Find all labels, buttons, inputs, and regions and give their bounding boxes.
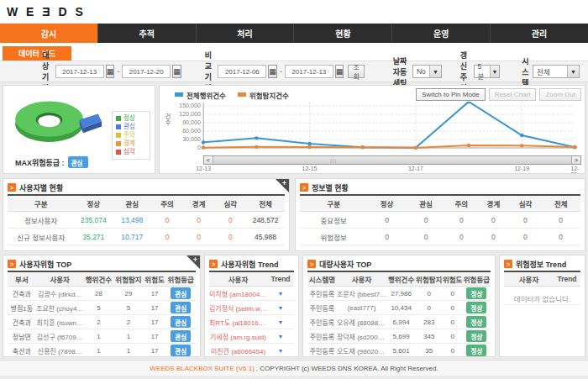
system-label: 시스템 <box>522 55 529 88</box>
cell: 0 <box>442 318 462 326</box>
switch-pin-mode-button[interactable]: Switch to Pin Mode <box>416 88 485 101</box>
refresh-select[interactable]: 5분 ▼ <box>474 65 501 78</box>
nav-tab-admin[interactable]: 관리 <box>490 24 588 43</box>
risk-grade-badge: 정상 <box>466 316 486 328</box>
cell-user[interactable]: 이치형 (am1800404) <box>209 289 267 298</box>
cell: 10,434 <box>386 304 416 312</box>
scrollbar-grip[interactable]: ||| <box>330 158 337 163</box>
range-dash: - <box>280 67 282 76</box>
legend-label: 관심 <box>123 123 135 131</box>
table-header: 구분정상관심주의경계심각전체 <box>8 196 285 212</box>
col-header: 위험탐지 <box>113 274 144 284</box>
target-to-input[interactable] <box>122 65 171 78</box>
nav-tab-processing[interactable]: 처리 <box>196 24 294 43</box>
table-row: 위험정보000000 <box>300 229 580 245</box>
risk-donut-panel: 정상 관심 주의 경계 심각 MAX위험등급 : 관심 <box>3 85 155 174</box>
cell-user[interactable]: 이친건 (a6066454) <box>209 346 267 355</box>
col-header: Trend <box>554 275 580 283</box>
calendar-icon[interactable]: ▦ <box>335 65 344 78</box>
cell: 주민등록 <box>307 303 337 313</box>
table-header: 사용자Trend <box>209 272 294 287</box>
nav-tab-tracking[interactable]: 추적 <box>97 24 196 43</box>
panel-arrow-icon: > <box>307 260 316 268</box>
expand-fold[interactable] <box>276 179 289 192</box>
system-select[interactable]: 전체 ▼ <box>533 65 580 78</box>
col-header: 위험등급 <box>165 274 196 284</box>
table-row: 이친건 (a6066454)▼ <box>209 344 294 357</box>
scroll-right-icon[interactable]: > <box>571 156 580 164</box>
range-dash: - <box>117 67 119 76</box>
bottom-panels-row: + > 사용자위험 TOP 부서사용자행위건수위험탐지위험도위험등급 건축과김광… <box>0 253 588 359</box>
cell-user[interactable]: 김기정식 (selim.wusig) <box>209 303 267 313</box>
dashboard-page: W E Ǝ D S 감시 추적 처리 현황 운영 관리 데이터 보드 대상기간 … <box>0 0 588 379</box>
legend-item: 심각 <box>116 148 146 156</box>
cell: 0 <box>445 216 477 224</box>
cell: 35,271 <box>74 233 113 241</box>
zoom-out-button[interactable]: Zoom Out <box>539 88 581 101</box>
legend-item: 주의 <box>116 131 146 139</box>
calendar-icon[interactable]: ▦ <box>268 65 277 78</box>
panel-arrow-icon: > <box>8 260 16 268</box>
compare-to-input[interactable] <box>285 65 333 78</box>
nav-tab-label: 처리 <box>237 27 252 39</box>
chart-scrollbar[interactable]: < ||| > <box>203 155 581 165</box>
cell: 정남면 <box>8 332 36 341</box>
table-row: 축산과신용진 (7898…1117관심 <box>8 344 196 357</box>
table-row: 정보사용자235,07413,498000248,572 <box>8 212 285 229</box>
expand-fold[interactable] <box>186 255 200 269</box>
reset-chart-button[interactable]: Reset Chart <box>489 88 537 101</box>
footer-copyright: , COPYRIGHT (c) WEEDS DNS KOREA. All Rig… <box>256 365 438 372</box>
table-row: 병점1동조요한 (choy4…5517관심 <box>8 301 196 315</box>
cell: 0 <box>416 290 442 297</box>
cell: 0 <box>407 216 446 224</box>
table-row: 주민등록장덕재 (sd2002797)5,6993450정상 <box>307 329 491 344</box>
calendar-icon[interactable]: ▦ <box>172 65 181 78</box>
legend-label: 심각 <box>123 148 135 156</box>
x-axis-labels: 12-1312-1512-1712-1912-20 <box>163 165 581 174</box>
cell: 13,498 <box>113 216 151 224</box>
cell: (east777) <box>337 304 386 312</box>
nav-tab-operation[interactable]: 운영 <box>391 24 490 43</box>
cell: 오유례 (88088371) <box>337 318 386 327</box>
col-header: 사용자 <box>337 274 386 284</box>
risk-grade-badge: 정상 <box>466 302 486 313</box>
risk-donut-chart <box>3 89 114 156</box>
cell-user[interactable]: 최RT도 (al1801604) <box>209 318 267 327</box>
risk-grade-badge: 관심 <box>171 316 191 328</box>
legend-item: 관심 <box>116 123 146 131</box>
legend-color-severe <box>116 150 121 155</box>
cell: 신용진 (7898… <box>36 346 84 355</box>
panel-title: > 정보별 현황 <box>300 181 580 196</box>
cell-user[interactable]: 기세정 (am.rg.suid) <box>209 332 267 341</box>
target-from-input[interactable] <box>55 65 104 78</box>
panel-title: > 사용자위험 TOP <box>8 257 196 272</box>
nav-tab-monitoring[interactable]: 감시 <box>0 24 97 43</box>
panel-title-text: 위험정보 Trend <box>516 259 566 270</box>
nav-tab-status[interactable]: 현황 <box>293 24 391 43</box>
calendar-icon[interactable]: ▦ <box>106 65 115 78</box>
table-header: 사용자Trend <box>504 272 580 287</box>
col-header: 정상 <box>367 198 407 208</box>
panel-title-text: 사용자위험 TOP <box>19 259 71 270</box>
search-button[interactable]: 조회 <box>348 65 364 78</box>
compare-from-input[interactable] <box>218 65 266 78</box>
col-header: 사용자 <box>504 274 554 284</box>
auto-date-select[interactable]: No ▼ <box>412 65 442 78</box>
cell: 17 <box>144 333 166 340</box>
scroll-left-icon[interactable]: < <box>204 156 213 164</box>
panel-title: > 대량사용자 TOP <box>307 257 491 272</box>
panel-title-text: 사용자위험 Trend <box>221 259 278 270</box>
panel-title-text: 정보별 현황 <box>312 182 349 193</box>
legend-label: 전체행위건수 <box>186 90 226 100</box>
cell: 10,717 <box>113 233 151 241</box>
col-header: 경계 <box>183 198 215 208</box>
charts-row: 정상 관심 주의 경계 심각 MAX위험등급 : 관심 전체행위건수 위험탐지 <box>0 82 588 176</box>
cell: 최치훈 (isuwn… <box>36 318 84 327</box>
panel-arrow-icon: > <box>504 260 512 268</box>
panel-title-text: 대량사용자 TOP <box>319 259 371 270</box>
cell: 5 <box>84 304 114 312</box>
cell: 조문자 (bbest797) <box>337 289 386 298</box>
table-row: 주민등록조문자 (bbest797)27,98600정상 <box>307 287 491 301</box>
cell: 0 <box>445 233 477 241</box>
tab-data-board[interactable]: 데이터 보드 <box>3 46 71 61</box>
